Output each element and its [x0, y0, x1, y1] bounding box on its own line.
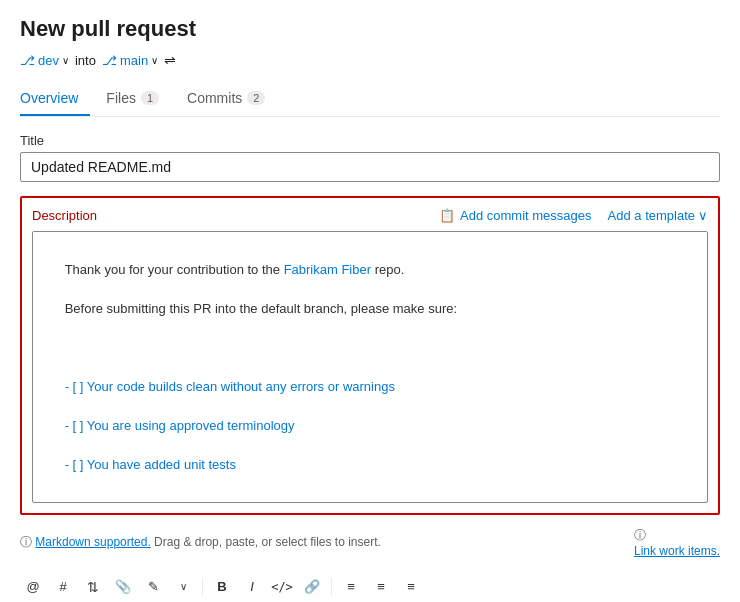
add-template-button[interactable]: Add a template ∨ — [608, 208, 708, 223]
toolbar-divider-2 — [331, 578, 332, 596]
tab-commits-label: Commits — [187, 90, 242, 106]
description-label: Description — [32, 208, 439, 223]
toolbar-unordered-list-button[interactable]: ≡ — [338, 574, 364, 600]
title-input[interactable] — [20, 152, 720, 182]
toolbar-highlight-button[interactable]: ✎ — [140, 574, 166, 600]
format-toolbar: @ # ⇅ 📎 ✎ ∨ B I </> 🔗 ≡ ≡ ≡ — [20, 570, 720, 603]
add-commit-label: Add commit messages — [460, 208, 592, 223]
tab-commits[interactable]: Commits 2 — [187, 82, 277, 116]
git-branch-icon: ⎇ — [20, 53, 35, 68]
toolbar-highlight-chevron[interactable]: ∨ — [170, 574, 196, 600]
toolbar-link-button[interactable]: 🔗 — [299, 574, 325, 600]
tab-files[interactable]: Files 1 — [106, 82, 171, 116]
toolbar-hash-button[interactable]: # — [50, 574, 76, 600]
git-branch-icon-2: ⎇ — [102, 53, 117, 68]
target-branch-chevron: ∨ — [151, 55, 158, 66]
commit-icon: 📋 — [439, 208, 455, 223]
toolbar-attach-button[interactable]: 📎 — [110, 574, 136, 600]
desc-line1-before: Thank you for your contribution to the — [65, 262, 284, 277]
checklist-item-1: - [ ] Your code builds clean without any… — [65, 379, 395, 394]
description-section: Description 📋 Add commit messages Add a … — [20, 196, 720, 515]
description-header: Description 📋 Add commit messages Add a … — [32, 208, 708, 223]
toolbar-ordered-list-button[interactable]: ≡ — [368, 574, 394, 600]
desc-line1-after: repo. — [371, 262, 404, 277]
add-commit-messages-button[interactable]: 📋 Add commit messages — [439, 208, 592, 223]
tab-commits-badge: 2 — [247, 91, 265, 105]
toolbar-table-button[interactable]: ⇅ — [80, 574, 106, 600]
info-icon: ⓘ — [20, 535, 32, 549]
add-template-label: Add a template — [608, 208, 695, 223]
tab-overview[interactable]: Overview — [20, 82, 90, 116]
toolbar-bold-button[interactable]: B — [209, 574, 235, 600]
page-container: New pull request ⎇ dev ∨ into ⎇ main ∨ ⇌… — [0, 0, 740, 602]
target-branch-name: main — [120, 53, 148, 68]
page-title: New pull request — [20, 16, 720, 42]
link-work-items-button[interactable]: Link work items. — [634, 544, 720, 558]
source-branch-selector[interactable]: ⎇ dev ∨ — [20, 53, 69, 68]
toolbar-code-button[interactable]: </> — [269, 574, 295, 600]
source-branch-chevron: ∨ — [62, 55, 69, 66]
markdown-info: ⓘ Markdown supported. Drag & drop, paste… — [20, 534, 381, 551]
checklist-item-2: - [ ] You are using approved terminology — [65, 418, 295, 433]
fabrikam-fiber-link[interactable]: Fabrikam Fiber — [284, 262, 371, 277]
title-label: Title — [20, 133, 720, 148]
swap-branches-icon[interactable]: ⇌ — [164, 52, 176, 68]
into-label: into — [75, 53, 96, 68]
description-textarea[interactable]: Thank you for your contribution to the F… — [32, 231, 708, 503]
branch-row: ⎇ dev ∨ into ⎇ main ∨ ⇌ — [20, 52, 720, 68]
toolbar-row: ⓘ Markdown supported. Drag & drop, paste… — [20, 523, 720, 562]
add-template-chevron: ∨ — [698, 208, 708, 223]
link-work-items-container: ⓘ Link work items. — [634, 527, 720, 558]
tab-files-badge: 1 — [141, 91, 159, 105]
toolbar-indent-button[interactable]: ≡ — [398, 574, 424, 600]
desc-line2: Before submitting this PR into the defau… — [65, 301, 457, 316]
tab-files-label: Files — [106, 90, 136, 106]
toolbar-divider-1 — [202, 578, 203, 596]
info-icon-2: ⓘ — [634, 528, 646, 542]
markdown-supported-link[interactable]: Markdown supported. — [35, 535, 150, 549]
toolbar-mention-button[interactable]: @ — [20, 574, 46, 600]
toolbar-italic-button[interactable]: I — [239, 574, 265, 600]
title-section: Title — [20, 133, 720, 182]
tabs-row: Overview Files 1 Commits 2 — [20, 82, 720, 117]
target-branch-selector[interactable]: ⎇ main ∨ — [102, 53, 158, 68]
checklist-item-3: - [ ] You have added unit tests — [65, 457, 236, 472]
source-branch-name: dev — [38, 53, 59, 68]
drag-drop-hint: Drag & drop, paste, or select files to i… — [154, 535, 381, 549]
tab-overview-label: Overview — [20, 90, 78, 106]
